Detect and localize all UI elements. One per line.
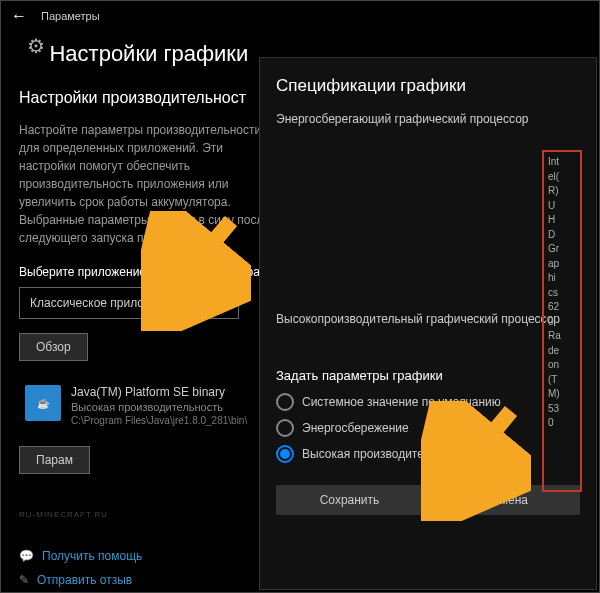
app-list-item[interactable]: ☕ Java(TM) Platform SE binary Высокая пр…: [19, 377, 279, 434]
app-text: Java(TM) Platform SE binary Высокая прои…: [71, 385, 273, 426]
radio-inner-dot: [280, 449, 290, 459]
app-type-dropdown[interactable]: Классическое приложение ▼: [19, 287, 239, 319]
radio-label: Системное значение по умолчанию: [302, 395, 501, 409]
help-icon: 💬: [19, 549, 34, 563]
section-description: Настройте параметры производительности д…: [19, 121, 279, 247]
help-text: Получить помощь: [42, 549, 142, 563]
graphics-spec-dialog: Спецификации графики Энергосберегающий г…: [259, 57, 597, 590]
browse-button[interactable]: Обзор: [19, 333, 88, 361]
app-name: Java(TM) Platform SE binary: [71, 385, 273, 399]
radio-circle-icon: [276, 393, 294, 411]
radio-power-saving[interactable]: Энергосбережение: [276, 419, 580, 437]
options-button[interactable]: Парам: [19, 446, 90, 474]
app-performance-mode: Высокая производительность: [71, 401, 273, 413]
radio-system-default[interactable]: Системное значение по умолчанию: [276, 393, 580, 411]
chevron-down-icon: ▼: [218, 298, 228, 309]
page-title: Настройки графики: [49, 41, 248, 67]
set-graphics-params-label: Задать параметры графики: [276, 368, 580, 383]
power-saving-gpu-label: Энергосберегающий графический процессор: [276, 112, 580, 126]
dialog-title: Спецификации графики: [276, 76, 580, 96]
gear-icon: ⚙: [27, 35, 45, 57]
radio-label: Высокая производительность: [302, 447, 468, 461]
radio-high-performance[interactable]: Высокая производительность: [276, 445, 580, 463]
java-icon: ☕: [25, 385, 61, 421]
radio-circle-icon: [276, 445, 294, 463]
dropdown-value: Классическое приложение: [30, 296, 179, 310]
header-bar: ← Параметры: [1, 1, 599, 31]
high-perf-gpu-label: Высокопроизводительный графический проце…: [276, 312, 580, 326]
dialog-button-row: Сохранить Отмена: [276, 485, 580, 515]
back-arrow-icon[interactable]: ←: [11, 7, 27, 25]
gpu-names-highlight-box: Intel(R)UHDGraphics620 Radeon(TM)530: [542, 150, 582, 492]
radio-circle-icon: [276, 419, 294, 437]
app-path: C:\Program Files\Java\jre1.8.0_281\bin\: [71, 415, 273, 426]
feedback-text: Отправить отзыв: [37, 573, 132, 587]
feedback-icon: ✎: [19, 573, 29, 587]
graphics-preference-radio-group: Системное значение по умолчанию Энергосб…: [276, 393, 580, 463]
gpu-names-text: Intel(R)UHDGraphics620 Radeon(TM)530: [548, 155, 576, 431]
window-title: Параметры: [41, 10, 100, 22]
radio-label: Энергосбережение: [302, 421, 409, 435]
save-button[interactable]: Сохранить: [276, 485, 423, 515]
